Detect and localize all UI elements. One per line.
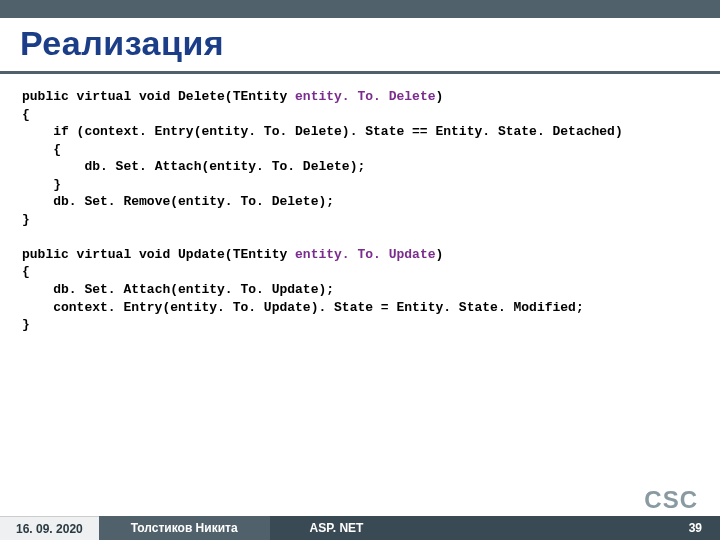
- args: (TEntity: [225, 89, 295, 104]
- footer: CSC 16. 09. 2020 Толстиков Никита ASP. N…: [0, 476, 720, 540]
- code-line: {: [22, 263, 698, 281]
- code-line: public virtual void Delete(TEntity entit…: [22, 88, 698, 106]
- close: ): [436, 247, 444, 262]
- code-line: }: [22, 211, 698, 229]
- expr: context. Entry(entity. To. Update). Stat…: [22, 300, 513, 315]
- code-line: if (context. Entry(entity. To. Delete). …: [22, 123, 698, 141]
- expr: db. Set.: [22, 282, 123, 297]
- footer-bar: 16. 09. 2020 Толстиков Никита ASP. NET 3…: [0, 516, 720, 540]
- args: (TEntity: [225, 247, 295, 262]
- param: entity. To. Delete: [295, 89, 435, 104]
- method-name: Attach: [155, 159, 202, 174]
- args: (entity. To. Delete);: [201, 159, 365, 174]
- code-line: db. Set. Attach(entity. To. Delete);: [22, 158, 698, 176]
- method-name: Attach: [123, 282, 170, 297]
- kw: public virtual void: [22, 89, 178, 104]
- enum: Modified: [513, 300, 575, 315]
- kw: public virtual void: [22, 247, 178, 262]
- slide-title: Реализация: [20, 24, 700, 63]
- close: ): [615, 124, 623, 139]
- method-name: Delete: [178, 89, 225, 104]
- logo-text: CSC: [644, 486, 698, 514]
- code-line: }: [22, 176, 698, 194]
- code-line: }: [22, 316, 698, 334]
- title-container: Реализация: [0, 18, 720, 74]
- footer-gap: [403, 516, 670, 540]
- expr: db. Set.: [22, 194, 123, 209]
- code-line: db. Set. Attach(entity. To. Update);: [22, 281, 698, 299]
- method-name: Update: [178, 247, 225, 262]
- args: (entity. To. Delete);: [170, 194, 334, 209]
- blank-line: [22, 228, 698, 246]
- enum: Detached: [553, 124, 615, 139]
- param: entity. To. Update: [295, 247, 435, 262]
- kw: if: [22, 124, 77, 139]
- expr: db. Set.: [22, 159, 155, 174]
- code-line: {: [22, 141, 698, 159]
- code-line: {: [22, 106, 698, 124]
- footer-course: ASP. NET: [270, 516, 404, 540]
- code-line: public virtual void Update(TEntity entit…: [22, 246, 698, 264]
- expr: (context. Entry(entity. To. Delete). Sta…: [77, 124, 553, 139]
- method-name: Remove: [123, 194, 170, 209]
- code-block: public virtual void Delete(TEntity entit…: [0, 74, 720, 334]
- footer-page: 39: [671, 516, 720, 540]
- footer-date: 16. 09. 2020: [0, 516, 99, 540]
- top-bar: [0, 0, 720, 18]
- close: ): [436, 89, 444, 104]
- code-line: db. Set. Remove(entity. To. Delete);: [22, 193, 698, 211]
- close: ;: [576, 300, 584, 315]
- args: (entity. To. Update);: [170, 282, 334, 297]
- footer-author: Толстиков Никита: [99, 516, 270, 540]
- code-line: context. Entry(entity. To. Update). Stat…: [22, 299, 698, 317]
